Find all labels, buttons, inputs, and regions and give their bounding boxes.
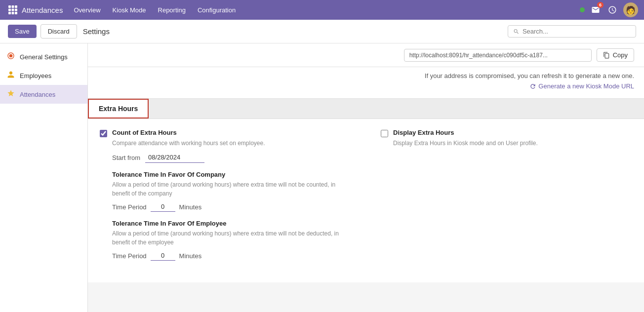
- count-extra-hours-label: Count of Extra Hours: [112, 129, 177, 136]
- refresh-icon: [529, 83, 536, 90]
- tolerance-company-time-row: Time Period Minutes: [112, 202, 351, 212]
- section-title: Extra Hours: [88, 99, 149, 118]
- notif-badge: 6: [597, 2, 604, 8]
- tolerance-employee-input[interactable]: [151, 251, 175, 261]
- save-button[interactable]: Save: [8, 25, 37, 38]
- tolerance-employee-desc: Allow a period of time (around working h…: [112, 229, 351, 247]
- employees-icon: [7, 71, 15, 80]
- nav-icons: 6 🧑: [580, 2, 638, 17]
- discard-button[interactable]: Discard: [40, 24, 77, 39]
- svg-rect-7: [12, 12, 14, 14]
- sidebar: General Settings Employees Attendances: [0, 43, 88, 312]
- count-extra-hours-desc: Compare attendance with working hours se…: [112, 139, 351, 148]
- search-input[interactable]: [523, 28, 631, 35]
- tolerance-employee-title: Tolerance Time In Favor Of Employee: [112, 220, 351, 227]
- page-title: Settings: [83, 27, 110, 36]
- kiosk-info-text: If your address is compromised, you can …: [98, 72, 634, 79]
- svg-rect-6: [8, 12, 11, 14]
- display-extra-hours-label: Display Extra Hours: [393, 129, 454, 136]
- toolbar: Save Discard Settings: [0, 20, 644, 43]
- nav-overview[interactable]: Overview: [69, 3, 105, 17]
- svg-rect-5: [15, 9, 17, 11]
- tolerance-employee-section: Tolerance Time In Favor Of Employee Allo…: [112, 220, 351, 261]
- app-grid-icon[interactable]: [6, 3, 20, 17]
- svg-rect-3: [8, 9, 11, 11]
- refresh-label: Generate a new Kiosk Mode URL: [538, 82, 634, 90]
- svg-rect-1: [12, 5, 14, 8]
- tolerance-company-section: Tolerance Time In Favor Of Company Allow…: [112, 171, 351, 212]
- tolerance-company-input[interactable]: [151, 202, 175, 212]
- refresh-link[interactable]: Generate a new Kiosk Mode URL: [529, 82, 634, 90]
- start-from-row: Start from: [112, 152, 351, 163]
- status-dot: [580, 7, 585, 12]
- nav-kiosk-mode[interactable]: Kiosk Mode: [108, 3, 151, 17]
- svg-rect-2: [15, 5, 17, 8]
- count-extra-hours-setting: Count of Extra Hours Compare attendance …: [100, 129, 351, 261]
- sidebar-item-attendances[interactable]: Attendances: [0, 85, 87, 104]
- attendances-icon: [7, 89, 15, 99]
- search-box: [508, 25, 636, 38]
- svg-point-9: [9, 54, 13, 58]
- kiosk-info: If your address is compromised, you can …: [88, 67, 644, 99]
- top-navigation: Attendances Overview Kiosk Mode Reportin…: [0, 0, 644, 20]
- nav-reporting[interactable]: Reporting: [153, 3, 191, 17]
- time-period-label: Time Period: [112, 252, 147, 260]
- display-extra-hours-checkbox[interactable]: [381, 130, 388, 137]
- copy-button[interactable]: Copy: [597, 48, 634, 62]
- nav-configuration[interactable]: Configuration: [193, 3, 241, 17]
- settings-row-main: Count of Extra Hours Compare attendance …: [100, 129, 632, 261]
- sidebar-item-label: General Settings: [20, 53, 68, 61]
- minutes-label: Minutes: [179, 252, 202, 260]
- section-header: Extra Hours: [88, 99, 644, 119]
- url-section: http://localhost:8091/hr_attendance/c090…: [88, 43, 644, 67]
- minutes-label: Minutes: [179, 203, 202, 211]
- sidebar-item-employees[interactable]: Employees: [0, 66, 87, 85]
- svg-rect-0: [8, 5, 11, 8]
- copy-icon: [603, 52, 610, 59]
- sidebar-item-label: Employees: [20, 72, 51, 79]
- main-content: http://localhost:8091/hr_attendance/c090…: [88, 43, 644, 312]
- sidebar-item-label: Attendances: [20, 91, 55, 98]
- count-extra-hours-header: Count of Extra Hours: [100, 129, 351, 137]
- url-field[interactable]: http://localhost:8091/hr_attendance/c090…: [404, 49, 592, 62]
- time-period-label: Time Period: [112, 203, 147, 211]
- count-extra-hours-checkbox[interactable]: [100, 130, 107, 137]
- start-from-input[interactable]: [145, 152, 204, 163]
- tolerance-employee-time-row: Time Period Minutes: [112, 251, 351, 261]
- general-settings-icon: [7, 52, 15, 62]
- svg-rect-4: [12, 9, 14, 11]
- start-from-label: Start from: [112, 154, 140, 161]
- tolerance-company-title: Tolerance Time In Favor Of Company: [112, 171, 351, 178]
- sidebar-item-general-settings[interactable]: General Settings: [0, 47, 87, 66]
- search-icon: [513, 28, 520, 35]
- main-layout: General Settings Employees Attendances h…: [0, 43, 644, 312]
- settings-grid: Count of Extra Hours Compare attendance …: [88, 119, 644, 283]
- app-name: Attendances: [22, 6, 63, 14]
- tolerance-company-desc: Allow a period of time (around working h…: [112, 180, 351, 198]
- notification-icon[interactable]: 6: [590, 4, 602, 16]
- clock-icon[interactable]: [606, 4, 618, 16]
- display-extra-hours-desc: Display Extra Hours in Kiosk mode and on…: [393, 139, 632, 148]
- display-extra-hours-setting: Display Extra Hours Display Extra Hours …: [381, 129, 632, 261]
- svg-rect-8: [15, 12, 17, 14]
- copy-label: Copy: [613, 51, 628, 59]
- avatar[interactable]: 🧑: [623, 2, 638, 17]
- display-extra-hours-header: Display Extra Hours: [381, 129, 632, 137]
